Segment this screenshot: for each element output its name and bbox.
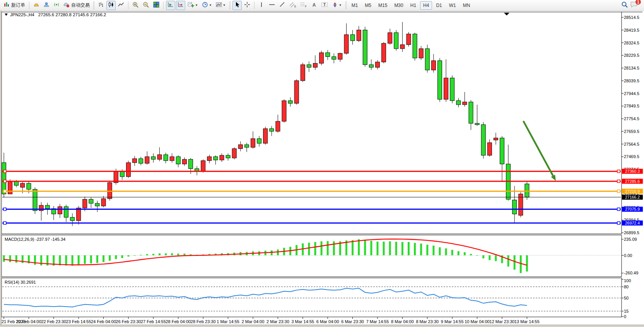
zoom-out-button[interactable]	[141, 1, 151, 10]
time-axis-label: 2 Mar 04:00	[242, 319, 265, 324]
candle-body	[487, 143, 492, 155]
pane-border	[2, 12, 622, 234]
candle-body	[238, 145, 243, 148]
price-axis-label: 27469.5	[624, 154, 639, 159]
zoom-in-button[interactable]	[131, 1, 140, 10]
trendline-button[interactable]	[278, 1, 287, 10]
macd-histogram-bar	[271, 250, 273, 255]
cursor-button[interactable]	[232, 1, 242, 10]
svg-text:E: E	[294, 5, 296, 8]
text-label-button[interactable]: T	[319, 1, 330, 10]
search-button[interactable]	[620, 1, 630, 10]
time-axis-label: 1 Mar 14:55	[217, 319, 239, 324]
chat-button[interactable]: 1	[630, 1, 639, 10]
vertical-line-button[interactable]	[257, 1, 266, 10]
add-indicator-icon	[188, 2, 194, 9]
candle-body	[512, 200, 517, 214]
periods-button[interactable]: ▼	[200, 1, 214, 10]
candle-body	[363, 30, 367, 65]
time-axis-label: 12 Mar 23:30	[490, 319, 515, 324]
fibonacci-button[interactable]: F	[299, 1, 309, 10]
time-axis[interactable]: 21 Feb 202322 Feb 04:0022 Feb 23:3023 Fe…	[2, 317, 540, 324]
rsi-axis[interactable]: 1008050150	[622, 278, 631, 319]
macd-axis[interactable]: 235.090.00-260.49	[622, 237, 638, 275]
macd-histogram-bar	[426, 245, 428, 255]
timeframe-h4[interactable]: H4	[420, 1, 432, 10]
candle-body	[77, 208, 81, 221]
chart-template-icon	[216, 2, 222, 9]
macd-histogram-bar	[308, 243, 310, 255]
line-chart-button[interactable]	[116, 1, 126, 10]
indicators-button[interactable]: ▼	[186, 1, 200, 10]
macd-histogram-bar	[414, 243, 416, 255]
candle-body	[444, 78, 448, 99]
macd-histogram-bar	[128, 255, 130, 257]
timeframe-h1[interactable]: H1	[407, 1, 419, 10]
vertical-line-icon	[259, 2, 264, 9]
text-icon: A	[311, 2, 317, 9]
horizontal-line-icon	[268, 2, 275, 9]
candle-body	[257, 139, 261, 143]
price-tag-label: 27075.9	[625, 207, 640, 211]
candlestick-chart-button[interactable]	[106, 1, 116, 10]
timeframe-d1[interactable]: D1	[433, 1, 445, 10]
macd-histogram-bar	[171, 253, 173, 255]
macd-histogram-bar	[476, 255, 478, 256]
timeframe-w1[interactable]: W1	[446, 1, 459, 10]
equidistant-channel-button[interactable]: E	[288, 1, 298, 10]
macd-histogram-bar	[333, 241, 335, 255]
crosshair-button[interactable]	[243, 1, 252, 10]
clock-icon	[202, 2, 208, 9]
chart-shift-button[interactable]	[176, 1, 185, 10]
macd-histogram-bar	[115, 255, 117, 259]
crosshair-icon	[244, 2, 250, 9]
macd-histogram-bar	[464, 252, 466, 255]
macd-histogram-bar	[370, 241, 372, 255]
autotrade-button[interactable]: 自动交易	[62, 1, 91, 10]
candle-body	[500, 138, 504, 164]
text-button[interactable]: A	[309, 1, 319, 10]
time-axis-label: 24 Feb 04:00	[91, 319, 116, 324]
zoom-in-icon	[132, 2, 139, 9]
window-left-frame	[0, 11, 2, 327]
time-axis-label: 22 Feb 23:30	[41, 319, 66, 324]
bar-chart-icon	[98, 2, 104, 9]
bar-chart-button[interactable]	[96, 1, 106, 10]
macd-histogram-bar	[90, 255, 92, 264]
toolbar-grip	[229, 2, 231, 9]
search-icon	[621, 1, 628, 9]
gold-ingot-button[interactable]	[32, 1, 41, 10]
timeframe-m1[interactable]: M1	[348, 1, 361, 10]
timeframe-m30[interactable]: M30	[391, 1, 406, 10]
macd-histogram-bar	[389, 241, 391, 255]
candle-body	[27, 183, 31, 189]
timeframe-m5[interactable]: M5	[362, 1, 374, 10]
horizontal-line-button[interactable]	[267, 1, 277, 10]
candle-body	[388, 32, 392, 43]
macd-histogram-bar	[514, 255, 516, 270]
price-axis-label: 27659.5	[624, 129, 639, 134]
candle-body	[475, 123, 479, 124]
arrows-button[interactable]: ▼	[330, 1, 343, 10]
svg-text:T: T	[323, 3, 326, 7]
tile-windows-button[interactable]	[152, 1, 161, 10]
templates-button[interactable]: ▼	[214, 1, 227, 10]
candle-body	[39, 205, 43, 211]
timeframe-mn[interactable]: MN	[460, 1, 473, 10]
candle-body	[382, 43, 386, 62]
candle-body	[332, 57, 336, 60]
macd-histogram-bar	[84, 255, 86, 264]
candle-body	[220, 155, 224, 160]
auto-scroll-button[interactable]	[166, 1, 175, 10]
candle-body	[369, 65, 373, 67]
chart-canvas[interactable]: 28514.528419.528324.528229.528134.528039…	[0, 11, 644, 327]
cloud-chart-icon	[63, 2, 70, 9]
community-button[interactable]	[42, 1, 51, 10]
broadcast-button[interactable]	[52, 1, 61, 10]
new-order-button[interactable]: 新订单	[2, 1, 27, 10]
price-axis[interactable]: 28514.528419.528324.528229.528134.528039…	[622, 15, 639, 235]
candle-body	[182, 159, 186, 164]
candle-body	[469, 102, 473, 123]
timeframe-m15[interactable]: M15	[375, 1, 390, 10]
candle-body	[463, 102, 467, 105]
